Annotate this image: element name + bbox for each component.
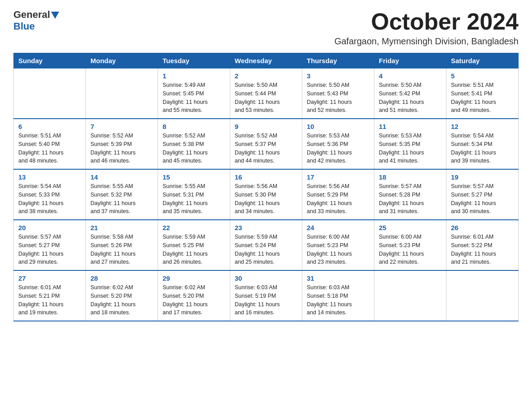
- day-info: Sunrise: 5:56 AM Sunset: 5:30 PM Dayligh…: [235, 182, 297, 216]
- calendar-cell: 5Sunrise: 5:51 AM Sunset: 5:41 PM Daylig…: [446, 68, 519, 119]
- day-info: Sunrise: 5:59 AM Sunset: 5:24 PM Dayligh…: [235, 233, 297, 266]
- day-number: 28: [90, 274, 153, 282]
- calendar-cell: 12Sunrise: 5:54 AM Sunset: 5:34 PM Dayli…: [446, 119, 519, 169]
- calendar-cell: [446, 270, 519, 321]
- calendar-cell: 15Sunrise: 5:55 AM Sunset: 5:31 PM Dayli…: [158, 169, 230, 220]
- calendar-cell: 23Sunrise: 5:59 AM Sunset: 5:24 PM Dayli…: [230, 220, 302, 270]
- day-number: 24: [307, 224, 369, 231]
- page-header: General Blue October 2024 Gafargaon, Mym…: [13, 9, 519, 47]
- calendar-cell: [86, 68, 158, 119]
- calendar-week-row: 6Sunrise: 5:51 AM Sunset: 5:40 PM Daylig…: [14, 119, 519, 169]
- calendar-cell: 10Sunrise: 5:53 AM Sunset: 5:36 PM Dayli…: [302, 119, 374, 169]
- weekday-header-sunday: Sunday: [14, 53, 86, 68]
- day-info: Sunrise: 6:01 AM Sunset: 5:21 PM Dayligh…: [18, 283, 81, 317]
- day-number: 19: [451, 173, 514, 181]
- calendar-cell: 27Sunrise: 6:01 AM Sunset: 5:21 PM Dayli…: [14, 270, 86, 321]
- calendar-cell: 28Sunrise: 6:02 AM Sunset: 5:20 PM Dayli…: [86, 270, 158, 321]
- calendar-cell: 25Sunrise: 6:00 AM Sunset: 5:23 PM Dayli…: [374, 220, 446, 270]
- calendar-week-row: 20Sunrise: 5:57 AM Sunset: 5:27 PM Dayli…: [14, 220, 519, 270]
- day-number: 13: [18, 173, 81, 181]
- day-info: Sunrise: 5:50 AM Sunset: 5:43 PM Dayligh…: [307, 81, 369, 115]
- month-title: October 2024: [335, 9, 519, 34]
- title-block: October 2024 Gafargaon, Mymensingh Divis…: [335, 9, 519, 47]
- calendar-cell: 31Sunrise: 6:03 AM Sunset: 5:18 PM Dayli…: [302, 270, 374, 321]
- logo-triangle-icon: [51, 12, 59, 19]
- calendar-table: SundayMondayTuesdayWednesdayThursdayFrid…: [13, 53, 519, 321]
- calendar-week-row: 27Sunrise: 6:01 AM Sunset: 5:21 PM Dayli…: [14, 270, 519, 321]
- day-number: 21: [90, 224, 153, 231]
- day-info: Sunrise: 5:56 AM Sunset: 5:29 PM Dayligh…: [307, 182, 369, 216]
- day-number: 20: [18, 224, 81, 231]
- weekday-header-wednesday: Wednesday: [230, 53, 302, 68]
- weekday-header-tuesday: Tuesday: [158, 53, 230, 68]
- calendar-cell: 2Sunrise: 5:50 AM Sunset: 5:44 PM Daylig…: [230, 68, 302, 119]
- day-number: 1: [163, 72, 225, 80]
- calendar-cell: [14, 68, 86, 119]
- day-info: Sunrise: 5:51 AM Sunset: 5:40 PM Dayligh…: [18, 132, 81, 165]
- day-number: 3: [307, 72, 369, 80]
- day-info: Sunrise: 5:49 AM Sunset: 5:45 PM Dayligh…: [163, 81, 225, 115]
- day-number: 23: [235, 224, 297, 231]
- day-number: 11: [379, 123, 442, 130]
- day-info: Sunrise: 5:52 AM Sunset: 5:39 PM Dayligh…: [90, 132, 153, 165]
- day-number: 7: [90, 123, 153, 130]
- weekday-header-friday: Friday: [374, 53, 446, 68]
- weekday-header-monday: Monday: [86, 53, 158, 68]
- calendar-cell: 24Sunrise: 6:00 AM Sunset: 5:23 PM Dayli…: [302, 220, 374, 270]
- day-info: Sunrise: 5:52 AM Sunset: 5:38 PM Dayligh…: [163, 132, 225, 165]
- day-info: Sunrise: 6:00 AM Sunset: 5:23 PM Dayligh…: [307, 233, 369, 266]
- svg-marker-0: [51, 12, 59, 19]
- calendar-cell: [374, 270, 446, 321]
- day-info: Sunrise: 5:50 AM Sunset: 5:42 PM Dayligh…: [379, 81, 442, 115]
- calendar-cell: 8Sunrise: 5:52 AM Sunset: 5:38 PM Daylig…: [158, 119, 230, 169]
- day-number: 22: [163, 224, 225, 231]
- day-number: 29: [163, 274, 225, 282]
- day-number: 17: [307, 173, 369, 181]
- weekday-header-saturday: Saturday: [446, 53, 519, 68]
- day-number: 16: [235, 173, 297, 181]
- calendar-cell: 19Sunrise: 5:57 AM Sunset: 5:27 PM Dayli…: [446, 169, 519, 220]
- day-info: Sunrise: 5:55 AM Sunset: 5:32 PM Dayligh…: [90, 182, 153, 216]
- day-number: 10: [307, 123, 369, 130]
- day-info: Sunrise: 5:52 AM Sunset: 5:37 PM Dayligh…: [235, 132, 297, 165]
- day-number: 2: [235, 72, 297, 80]
- calendar-cell: 21Sunrise: 5:58 AM Sunset: 5:26 PM Dayli…: [86, 220, 158, 270]
- day-info: Sunrise: 5:53 AM Sunset: 5:36 PM Dayligh…: [307, 132, 369, 165]
- logo-general-text: General: [13, 9, 50, 21]
- day-number: 30: [235, 274, 297, 282]
- calendar-cell: 11Sunrise: 5:53 AM Sunset: 5:35 PM Dayli…: [374, 119, 446, 169]
- day-info: Sunrise: 6:01 AM Sunset: 5:22 PM Dayligh…: [451, 233, 514, 266]
- day-info: Sunrise: 5:58 AM Sunset: 5:26 PM Dayligh…: [90, 233, 153, 266]
- day-number: 25: [379, 224, 442, 231]
- day-number: 12: [451, 123, 514, 130]
- calendar-cell: 18Sunrise: 5:57 AM Sunset: 5:28 PM Dayli…: [374, 169, 446, 220]
- day-info: Sunrise: 5:57 AM Sunset: 5:28 PM Dayligh…: [379, 182, 442, 216]
- day-info: Sunrise: 6:00 AM Sunset: 5:23 PM Dayligh…: [379, 233, 442, 266]
- day-info: Sunrise: 5:51 AM Sunset: 5:41 PM Dayligh…: [451, 81, 514, 115]
- weekday-header-thursday: Thursday: [302, 53, 374, 68]
- calendar-cell: 13Sunrise: 5:54 AM Sunset: 5:33 PM Dayli…: [14, 169, 86, 220]
- calendar-cell: 1Sunrise: 5:49 AM Sunset: 5:45 PM Daylig…: [158, 68, 230, 119]
- day-number: 5: [451, 72, 514, 80]
- day-number: 6: [18, 123, 81, 130]
- calendar-cell: 17Sunrise: 5:56 AM Sunset: 5:29 PM Dayli…: [302, 169, 374, 220]
- day-number: 26: [451, 224, 514, 231]
- day-number: 14: [90, 173, 153, 181]
- logo: General Blue: [13, 9, 59, 32]
- calendar-cell: 9Sunrise: 5:52 AM Sunset: 5:37 PM Daylig…: [230, 119, 302, 169]
- calendar-cell: 26Sunrise: 6:01 AM Sunset: 5:22 PM Dayli…: [446, 220, 519, 270]
- day-info: Sunrise: 5:55 AM Sunset: 5:31 PM Dayligh…: [163, 182, 225, 216]
- day-info: Sunrise: 5:50 AM Sunset: 5:44 PM Dayligh…: [235, 81, 297, 115]
- day-number: 27: [18, 274, 81, 282]
- day-info: Sunrise: 6:02 AM Sunset: 5:20 PM Dayligh…: [163, 283, 225, 317]
- day-number: 18: [379, 173, 442, 181]
- calendar-cell: 16Sunrise: 5:56 AM Sunset: 5:30 PM Dayli…: [230, 169, 302, 220]
- location-subtitle: Gafargaon, Mymensingh Division, Banglade…: [335, 36, 519, 47]
- day-info: Sunrise: 5:57 AM Sunset: 5:27 PM Dayligh…: [18, 233, 81, 266]
- calendar-cell: 14Sunrise: 5:55 AM Sunset: 5:32 PM Dayli…: [86, 169, 158, 220]
- calendar-week-row: 1Sunrise: 5:49 AM Sunset: 5:45 PM Daylig…: [14, 68, 519, 119]
- day-number: 4: [379, 72, 442, 80]
- day-info: Sunrise: 6:02 AM Sunset: 5:20 PM Dayligh…: [90, 283, 153, 317]
- calendar-cell: 6Sunrise: 5:51 AM Sunset: 5:40 PM Daylig…: [14, 119, 86, 169]
- calendar-cell: 3Sunrise: 5:50 AM Sunset: 5:43 PM Daylig…: [302, 68, 374, 119]
